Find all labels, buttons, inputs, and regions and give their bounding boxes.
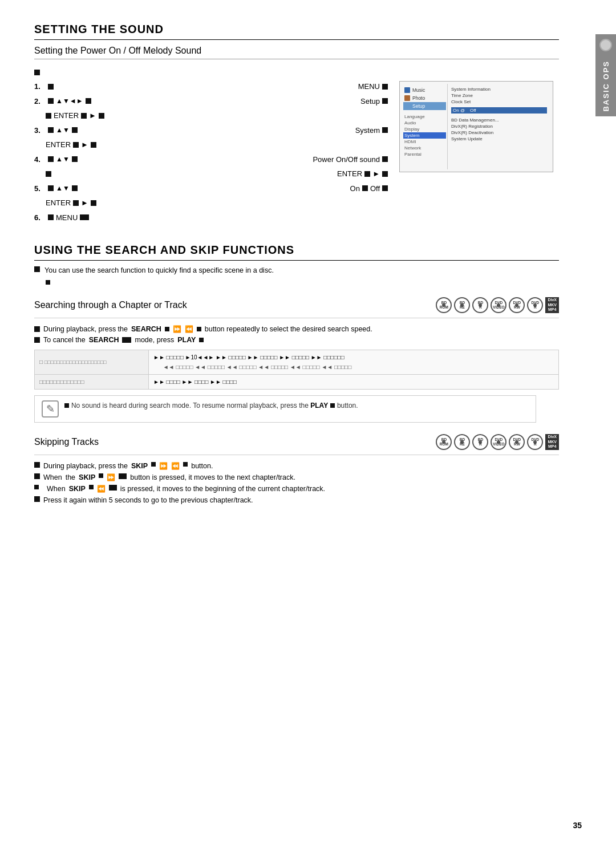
step1-icon — [48, 84, 54, 90]
tv-off-label: Off — [470, 108, 476, 113]
section2-subnote — [46, 278, 559, 286]
tv-screenshot: Music Photo Setup Language — [399, 81, 553, 172]
step5b-icon — [73, 200, 79, 206]
tv-sub-language: Language — [403, 114, 446, 120]
step2-setup: Setup — [360, 96, 380, 107]
step5-off-icon — [382, 185, 388, 191]
disc-dvdrw: DVDRW — [509, 297, 525, 313]
tv-sidebar: Music Photo Setup Language — [402, 84, 448, 169]
ss2 — [183, 462, 188, 467]
step4-arrows: ▲▼ — [56, 154, 70, 164]
skipping-title: Skipping Tracks — [34, 437, 99, 447]
skip-disc-bdre: BDRE — [454, 434, 470, 450]
note-text2: button. — [337, 402, 358, 410]
skip-step1-text: During playback, press the — [43, 462, 128, 470]
skipping-header: Skipping Tracks BDROM BDRE BDR DVDVIDEO … — [34, 434, 559, 455]
step-5: 5. ▲▼ On Off — [34, 183, 388, 194]
section2-note: You can use the search function to quick… — [34, 266, 559, 274]
tv-photo-icon — [404, 95, 410, 101]
skip-disc-icons: BDROM BDRE BDR DVDVIDEO DVDRW DVDR DivX … — [436, 434, 559, 450]
skip-disc-dvdvideo: DVDVIDEO — [491, 434, 506, 450]
skip-bullet2 — [34, 473, 40, 479]
step4b-icon3 — [382, 171, 388, 177]
tv-setup-label: Setup — [412, 103, 425, 109]
step-2: 2. ▲▼◄► Setup — [34, 96, 388, 107]
skip-label1: SKIP — [131, 462, 148, 470]
divx-badge: DivX MKV MP4 — [545, 297, 559, 313]
section2-subbullet — [46, 280, 50, 285]
searching-title: Searching through a Chapter or Track — [34, 300, 187, 310]
step4-icon2 — [72, 156, 78, 162]
search-label-text1: □ □□□□□□□□□□□□□□□□□□□□ — [39, 358, 144, 367]
search-step-1: During playback, press the SEARCH ⏩ ⏪ bu… — [34, 325, 559, 333]
ss6 — [109, 485, 117, 491]
tv-menu-music: Music — [403, 86, 446, 94]
section2: USING THE SEARCH AND SKIP FUNCTIONS You … — [34, 244, 582, 504]
page-container: BASIC OPS SETTING THE SOUND Setting the … — [0, 0, 616, 847]
search-bullet1 — [34, 326, 40, 332]
step3b-enter: ENTER — [46, 139, 71, 151]
skip-step4-text: Press it again within 5 seconds to go to… — [43, 496, 253, 504]
skip-step3-cont: is pressed, it moves to the beginning of… — [120, 485, 325, 493]
skip-step2-cont: button is pressed, it moves to the next … — [130, 473, 295, 481]
search-keyword-search2: SEARCH — [89, 336, 119, 344]
skip-step2-text: When — [43, 473, 62, 481]
search-fwd-icon: ⏩ — [173, 325, 181, 333]
page-number: 35 — [573, 821, 582, 830]
search-rew-icon: ⏪ — [185, 325, 193, 333]
skip-bullet1 — [34, 462, 40, 468]
step3-btn — [382, 127, 388, 133]
search-audiocd-speeds: ►► □□□□ ►► □□□□ ►► □□□□ — [153, 378, 554, 387]
skip-step2-the: the — [66, 473, 75, 481]
search-label-audiocd: □□□□□□□□□□□□□ — [35, 375, 149, 390]
tv-sub-parental: Parental — [403, 151, 446, 157]
search-step1-cont: button repeatedly to select the desired … — [205, 325, 372, 333]
tv-bd-data: BD Data Managemen... — [451, 117, 547, 123]
search-step-2: To cancel the SEARCH mode, press PLAY — [34, 336, 559, 344]
tv-sub-system: System — [403, 132, 446, 139]
skip-disc-dvdrw: DVDRW — [509, 434, 525, 450]
skip-label3: SKIP — [69, 485, 86, 493]
tv-sub-network: Network — [403, 145, 446, 151]
step5b-enter: ENTER — [46, 197, 71, 209]
disc-bdr: BDR — [472, 297, 488, 313]
tv-sub-display: Display — [403, 126, 446, 132]
step3-arrows: ▲▼ — [56, 125, 70, 135]
tv-photo-label: Photo — [412, 95, 425, 101]
step-1: 1. MENU — [34, 81, 388, 92]
skip-step-4: Press it again within 5 seconds to go to… — [34, 496, 559, 504]
step5b-arrow: ► — [81, 197, 88, 209]
step3b-icon — [73, 142, 79, 148]
note-content: No sound is heard during search mode. To… — [64, 400, 358, 410]
searching-header: Searching through a Chapter or Track BDR… — [34, 297, 559, 318]
search-speeds-fwd: ►► □□□□□ ►10◄◄► ►► □□□□□ ►► □□□□□ ►► □□□… — [149, 350, 559, 375]
section1-title: SETTING THE SOUND — [34, 23, 559, 40]
tv-sys-update: System Update — [451, 136, 547, 142]
skip-step1-cont: button. — [191, 462, 213, 470]
skip-step-1: During playback, press the SKIP ⏩ ⏪ butt… — [34, 462, 559, 470]
disc-dvdr: DVDR — [527, 297, 543, 313]
side-tab-circle — [599, 39, 612, 51]
si2 — [197, 327, 201, 331]
search-table-row2: □□□□□□□□□□□□□ ►► □□□□ ►► □□□□ ►► □□□□ — [35, 375, 559, 390]
ss3 — [99, 473, 103, 478]
tv-divx-reg: DivX(R) Registration — [451, 123, 547, 129]
tv-right-on-off: On @ Off — [451, 107, 547, 114]
step3-system: System — [355, 125, 380, 136]
search-fwd-speeds: ►► □□□□□ ►10◄◄► ►► □□□□□ ►► □□□□□ ►► □□□… — [153, 352, 554, 363]
step5-arrows: ▲▼ — [56, 183, 70, 193]
tv-music-icon — [404, 87, 410, 93]
step2b-enter: ENTER — [54, 110, 79, 121]
skip-step-3: When SKIP ⏪ is pressed, it moves to the … — [34, 485, 559, 493]
step1-menu: MENU — [358, 81, 380, 92]
section1: SETTING THE SOUND Setting the Power On /… — [34, 23, 582, 226]
ss5 — [89, 485, 94, 489]
step5-off: Off — [370, 183, 380, 194]
search-bwd-speeds: ◄◄ □□□□□ ◄◄ □□□□□ ◄◄ □□□□□ ◄◄ □□□□□ ◄◄ □… — [153, 363, 554, 372]
tv-inner: Music Photo Setup Language — [402, 84, 550, 169]
si3 — [199, 338, 204, 342]
skip-bullet4 — [34, 496, 40, 502]
section2-title: USING THE SEARCH AND SKIP FUNCTIONS — [34, 244, 559, 261]
step-5b: ENTER ► — [46, 197, 388, 209]
step5-icon2 — [72, 185, 78, 191]
